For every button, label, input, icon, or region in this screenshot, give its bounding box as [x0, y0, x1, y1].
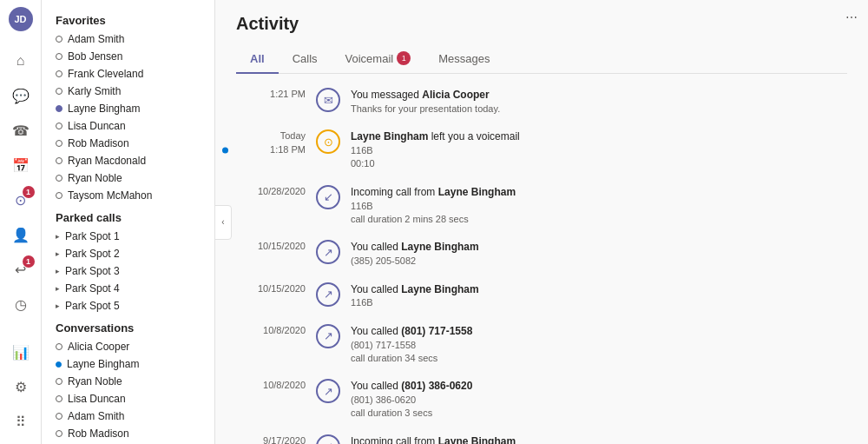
- activity-item[interactable]: 1:21 PM✉You messaged Alicia CooperThanks…: [215, 81, 868, 123]
- nav-item-favorite[interactable]: Bob Jensen: [42, 48, 214, 65]
- activity-bold-name: Layne Bingham: [401, 283, 478, 295]
- sidebar-icon-history[interactable]: ◷: [5, 288, 36, 320]
- sidebar-icon-contacts[interactable]: 👤: [5, 219, 36, 250]
- nav-item-label: Lisa Duncan: [68, 120, 126, 132]
- nav-item-conversation[interactable]: Layne Bingham: [42, 355, 214, 373]
- nav-item-parked[interactable]: ▸Park Spot 5: [42, 297, 214, 315]
- activity-sub-text: (801) 717-1558: [351, 339, 847, 352]
- nav-item-favorite[interactable]: Lisa Duncan: [42, 117, 214, 135]
- activity-main-text: Incoming call from Layne Bingham: [351, 434, 847, 444]
- activity-item[interactable]: Today1:18 PM⊙Layne Bingham left you a vo…: [215, 123, 868, 178]
- tab-label: All: [250, 52, 265, 65]
- nav-item-label: Rob Madison: [68, 137, 129, 149]
- sidebar-icon-chat[interactable]: 💬: [5, 80, 36, 111]
- sidebar-icon-phone[interactable]: ☎: [5, 115, 36, 146]
- presence-dot: [56, 430, 62, 437]
- favorites-list: Adam SmithBob JensenFrank ClevelandKarly…: [42, 30, 214, 204]
- activity-item[interactable]: 9/17/2020↙Incoming call from Layne Bingh…: [215, 427, 868, 444]
- tab-all[interactable]: All: [236, 44, 279, 74]
- activity-sub-text-2: call duration 3 secs: [351, 407, 847, 420]
- activity-main-text: You called (801) 717-1558: [351, 324, 847, 339]
- nav-item-conversation[interactable]: Ryan Noble: [42, 373, 214, 390]
- nav-item-conversation[interactable]: Alicia Cooper: [42, 338, 214, 355]
- nav-item-favorite[interactable]: Layne Bingham: [42, 100, 214, 117]
- nav-item-parked[interactable]: ▸Park Spot 2: [42, 245, 214, 262]
- nav-item-favorite[interactable]: Ryan Noble: [42, 169, 214, 187]
- nav-item-favorite[interactable]: Ryan Macdonald: [42, 152, 214, 169]
- sidebar-icon-voicemail[interactable]: ⊙ 1: [5, 184, 36, 215]
- nav-item-conversation[interactable]: Rob Madison: [42, 425, 214, 442]
- activity-type-icon: ↗: [316, 324, 340, 348]
- sidebar-icon-settings[interactable]: ⚙: [5, 371, 36, 402]
- activity-item[interactable]: 10/8/2020↗You called (801) 386-0620(801)…: [215, 372, 868, 427]
- nav-item-label: Layne Bingham: [67, 358, 139, 370]
- presence-dot: [56, 140, 62, 147]
- parked-calls-list: ▸Park Spot 1▸Park Spot 2▸Park Spot 3▸Par…: [42, 228, 214, 315]
- nav-item-favorite[interactable]: Taysom McMahon: [42, 187, 214, 204]
- sidebar-icon-apps[interactable]: ⠿: [5, 406, 36, 437]
- nav-item-label: Frank Cleveland: [68, 68, 143, 80]
- activity-timestamp: 10/15/2020: [236, 282, 306, 295]
- nav-item-label: Taysom McMahon: [68, 189, 152, 202]
- nav-item-parked[interactable]: ▸Park Spot 3: [42, 262, 214, 280]
- nav-item-parked[interactable]: ▸Park Spot 1: [42, 228, 214, 245]
- activity-bold-name: Layne Bingham: [438, 186, 516, 198]
- activity-sub-text-2: call duration 34 secs: [351, 352, 847, 365]
- collapse-button[interactable]: ‹: [215, 205, 232, 240]
- calls-badge: 1: [23, 255, 35, 268]
- activity-main-text: Incoming call from Layne Bingham: [351, 185, 847, 200]
- avatar[interactable]: JD: [9, 7, 33, 31]
- nav-item-label: Lisa Duncan: [68, 393, 126, 405]
- presence-dot: [56, 88, 62, 95]
- nav-item-label: Park Spot 4: [65, 282, 120, 295]
- nav-item-label: Park Spot 2: [65, 248, 120, 260]
- activity-item[interactable]: 10/28/2020↙Incoming call from Layne Bing…: [215, 178, 868, 234]
- sidebar-icon-calendar[interactable]: 📅: [5, 149, 36, 181]
- activity-bold-name: Layne Bingham: [438, 435, 516, 444]
- nav-item-parked[interactable]: ▸Park Spot 4: [42, 280, 214, 297]
- tab-calls[interactable]: Calls: [279, 44, 332, 74]
- nav-item-favorite[interactable]: Adam Smith: [42, 30, 214, 48]
- sidebar-icon-analytics[interactable]: 📊: [5, 336, 36, 368]
- activity-bold-name: Layne Bingham: [401, 241, 478, 253]
- nav-item-conversation[interactable]: Adam Smith: [42, 408, 214, 425]
- presence-dot: [56, 378, 62, 385]
- activity-timestamp: 10/8/2020: [236, 324, 306, 337]
- arrow-icon: ▸: [56, 249, 60, 258]
- nav-item-label: Park Spot 3: [65, 265, 120, 277]
- main-content: ‹ ⋯ Activity AllCallsVoicemail1Messages …: [215, 0, 868, 444]
- presence-dot: [56, 192, 62, 199]
- activity-item[interactable]: 10/15/2020↗You called Layne Bingham116B: [215, 275, 868, 317]
- sidebar-icon-calls[interactable]: ↩ 1: [5, 254, 36, 285]
- tab-messages[interactable]: Messages: [424, 44, 503, 74]
- activity-item[interactable]: 10/15/2020↗You called Layne Bingham(385)…: [215, 233, 868, 275]
- activity-type-icon: ↗: [316, 282, 340, 307]
- tab-label: Messages: [438, 52, 490, 65]
- conversations-section-title: Conversations: [42, 315, 214, 338]
- activity-main-text: You called Layne Bingham: [351, 240, 847, 255]
- nav-item-label: Park Spot 1: [65, 230, 120, 242]
- tab-label: Calls: [293, 52, 318, 65]
- voicemail-badge: 1: [23, 186, 35, 198]
- nav-item-favorite[interactable]: Rob Madison: [42, 135, 214, 152]
- nav-item-favorite[interactable]: Frank Cleveland: [42, 65, 214, 83]
- activity-bold-name: Alicia Cooper: [422, 89, 489, 101]
- presence-dot: [56, 175, 62, 182]
- top-right-icon[interactable]: ⋯: [845, 10, 858, 24]
- activity-sub-text: (801) 386-0620: [351, 394, 847, 407]
- tab-voicemail[interactable]: Voicemail1: [332, 44, 425, 74]
- activity-bold-name: Layne Bingham: [351, 130, 428, 142]
- page-title: Activity: [236, 14, 847, 34]
- activity-timestamp: 10/28/2020: [236, 185, 306, 198]
- nav-item-label: Alicia Cooper: [68, 341, 129, 353]
- activity-content: Incoming call from Layne Bingham116B: [351, 434, 847, 444]
- nav-item-conversation[interactable]: Lisa Duncan: [42, 390, 214, 408]
- activity-item[interactable]: 10/8/2020↗You called (801) 717-1558(801)…: [215, 317, 868, 373]
- presence-dot: [56, 157, 62, 164]
- activity-timestamp: 10/15/2020: [236, 240, 306, 253]
- activity-content: Layne Bingham left you a voicemail116B00…: [351, 129, 847, 171]
- sidebar-icon-home[interactable]: ⌂: [5, 45, 36, 76]
- nav-item-favorite[interactable]: Karly Smith: [42, 83, 214, 100]
- tab-badge: 1: [397, 51, 411, 65]
- presence-dot: [56, 70, 62, 77]
